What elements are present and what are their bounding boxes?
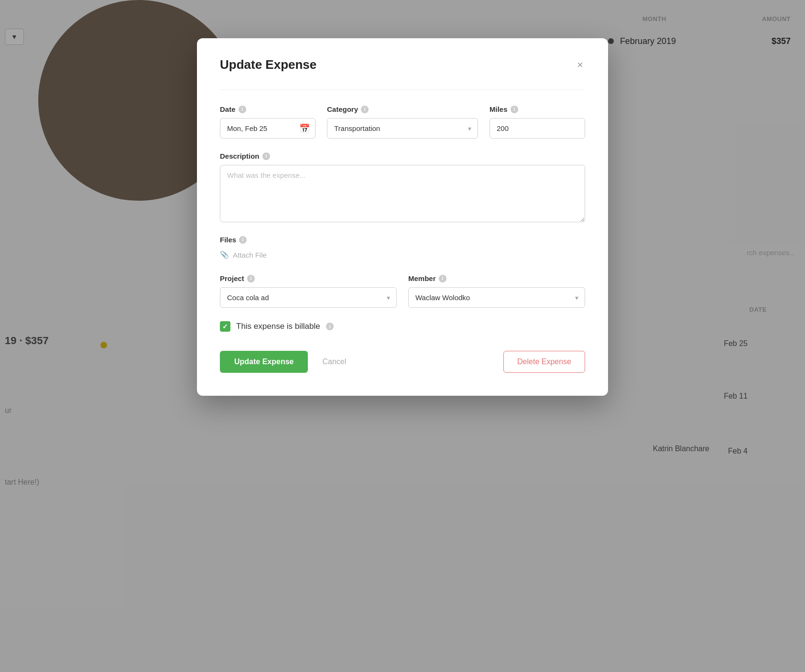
category-info-icon: i [361, 106, 369, 113]
project-select-wrap: Coca cola ad Project Alpha Project Beta … [220, 287, 397, 308]
description-label: Description i [220, 152, 585, 160]
member-label: Member i [408, 274, 585, 282]
description-info-icon: i [262, 152, 270, 160]
category-select-wrap: Transportation Meals Accommodation Trave… [327, 118, 478, 139]
date-input[interactable] [220, 118, 315, 139]
update-expense-button[interactable]: Update Expense [220, 351, 308, 373]
date-field-group: Date i 📅 [220, 105, 315, 139]
files-info-icon: i [239, 236, 247, 244]
paperclip-icon: 📎 [220, 250, 229, 259]
billable-info-icon: i [326, 323, 334, 330]
modal-header: Update Expense × [220, 57, 585, 72]
miles-field-group: Miles i [490, 105, 585, 139]
date-label: Date i [220, 105, 315, 113]
form-row-2: Description i [220, 152, 585, 222]
date-info-icon: i [239, 106, 246, 113]
project-label: Project i [220, 274, 397, 282]
category-select[interactable]: Transportation Meals Accommodation Trave… [327, 118, 478, 139]
category-label: Category i [327, 105, 478, 113]
modal-title: Update Expense [220, 57, 316, 72]
project-info-icon: i [247, 275, 255, 282]
billable-label: This expense is billable [236, 322, 320, 331]
miles-label: Miles i [490, 105, 585, 113]
date-input-wrap: 📅 [220, 118, 315, 139]
project-select[interactable]: Coca cola ad Project Alpha Project Beta [220, 287, 397, 308]
miles-info-icon: i [511, 106, 518, 113]
member-info-icon: i [439, 275, 446, 282]
description-field-group: Description i [220, 152, 585, 222]
files-label: Files i [220, 236, 585, 244]
member-select[interactable]: Waclaw Wolodko John Doe Jane Smith [408, 287, 585, 308]
modal-divider [220, 89, 585, 90]
delete-expense-button[interactable]: Delete Expense [503, 351, 585, 373]
cancel-button[interactable]: Cancel [317, 351, 351, 373]
action-row: Update Expense Cancel Delete Expense [220, 351, 585, 373]
description-textarea[interactable] [220, 165, 585, 222]
modal-overlay: Update Expense × Date i 📅 Category [0, 0, 805, 672]
miles-input[interactable] [490, 118, 585, 139]
files-section: Files i 📎 Attach File [220, 236, 585, 261]
category-field-group: Category i Transportation Meals Accommod… [327, 105, 478, 139]
update-expense-modal: Update Expense × Date i 📅 Category [197, 38, 608, 396]
form-row-4: Project i Coca cola ad Project Alpha Pro… [220, 274, 585, 308]
form-row-1: Date i 📅 Category i Transportation Me [220, 105, 585, 139]
close-button[interactable]: × [575, 58, 585, 72]
member-select-wrap: Waclaw Wolodko John Doe Jane Smith ▾ [408, 287, 585, 308]
project-field-group: Project i Coca cola ad Project Alpha Pro… [220, 274, 397, 308]
member-field-group: Member i Waclaw Wolodko John Doe Jane Sm… [408, 274, 585, 308]
billable-row: This expense is billable i [220, 321, 585, 332]
attach-file-button[interactable]: 📎 Attach File [220, 249, 267, 261]
billable-checkbox-wrap[interactable] [220, 321, 230, 332]
